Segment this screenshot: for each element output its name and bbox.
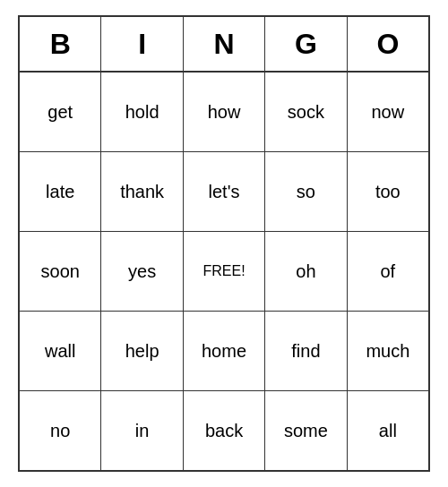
bingo-cell: yes bbox=[101, 232, 183, 311]
bingo-body: getholdhowsocknowlatethanklet'ssotoosoon… bbox=[20, 73, 428, 470]
bingo-cell: now bbox=[348, 73, 428, 151]
bingo-cell: home bbox=[184, 312, 265, 390]
bingo-header: BINGO bbox=[20, 17, 428, 73]
bingo-row: latethanklet'ssotoo bbox=[20, 152, 428, 232]
header-letter: O bbox=[348, 17, 428, 71]
bingo-cell: oh bbox=[265, 232, 347, 311]
bingo-cell: much bbox=[348, 312, 428, 390]
bingo-cell: some bbox=[265, 391, 347, 470]
header-letter: N bbox=[184, 17, 265, 71]
bingo-cell: late bbox=[20, 152, 101, 231]
bingo-cell: soon bbox=[20, 232, 101, 311]
bingo-cell: sock bbox=[265, 73, 347, 151]
bingo-cell: all bbox=[348, 391, 428, 470]
bingo-cell: no bbox=[20, 391, 101, 470]
bingo-cell: of bbox=[348, 232, 428, 311]
bingo-row: wallhelphomefindmuch bbox=[20, 312, 428, 391]
bingo-cell: let's bbox=[184, 152, 265, 231]
bingo-cell: get bbox=[20, 73, 101, 151]
bingo-cell: thank bbox=[101, 152, 183, 231]
bingo-cell: in bbox=[101, 391, 183, 470]
bingo-row: getholdhowsocknow bbox=[20, 73, 428, 152]
bingo-cell: too bbox=[348, 152, 428, 231]
bingo-cell: back bbox=[184, 391, 265, 470]
bingo-cell: find bbox=[265, 312, 347, 390]
bingo-row: soonyesFREE!ohof bbox=[20, 232, 428, 312]
bingo-cell: FREE! bbox=[184, 232, 265, 311]
bingo-cell: how bbox=[184, 73, 265, 151]
header-letter: I bbox=[101, 17, 183, 71]
bingo-card: BINGO getholdhowsocknowlatethanklet'ssot… bbox=[18, 15, 430, 472]
header-letter: G bbox=[265, 17, 347, 71]
bingo-cell: help bbox=[101, 312, 183, 390]
bingo-cell: so bbox=[265, 152, 347, 231]
bingo-cell: wall bbox=[20, 312, 101, 390]
header-letter: B bbox=[20, 17, 101, 71]
bingo-row: noinbacksomeall bbox=[20, 391, 428, 470]
bingo-cell: hold bbox=[101, 73, 183, 151]
